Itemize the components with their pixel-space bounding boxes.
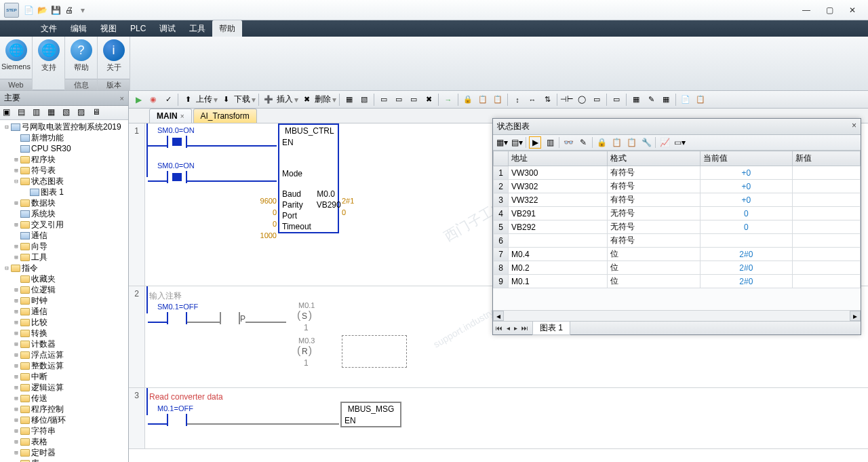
table-row[interactable]: 3VW322有符号+0 (494, 193, 861, 207)
tree-node[interactable]: ⊞转换 (0, 328, 128, 339)
tree-node[interactable]: ⊞传送 (0, 393, 128, 404)
toolbar-icon[interactable]: ✖ (422, 93, 435, 107)
tree-expander-icon[interactable]: ⊟ (3, 265, 11, 271)
toolbar-icon[interactable]: 📋 (625, 136, 637, 149)
contact[interactable] (167, 171, 187, 183)
cell-format[interactable]: 有符号 (608, 193, 700, 207)
tree-node[interactable]: ⊞时钟 (0, 295, 128, 306)
tree-expander-icon[interactable]: ⊞ (12, 254, 20, 261)
cell-new[interactable] (793, 193, 861, 207)
tree-node[interactable]: ·收藏夹 (0, 273, 128, 284)
toolbar-icon[interactable]: ▭ (407, 93, 420, 107)
toolbar-icon[interactable]: ▦ (342, 93, 356, 107)
tree-expander-icon[interactable]: ⊞ (12, 351, 20, 358)
toolbar-icon[interactable]: ↕ (511, 93, 524, 107)
tree-expander-icon[interactable]: ⊞ (12, 221, 20, 228)
toolbar-icon[interactable]: 📋 (476, 93, 490, 107)
toolbar-icon[interactable]: ▦ (629, 93, 643, 107)
col-new[interactable]: 新值 (793, 151, 861, 166)
cell-new[interactable] (793, 275, 861, 288)
toolbar-icon[interactable]: 📋 (694, 93, 707, 107)
tree-tool-icon[interactable]: ▥ (33, 107, 43, 118)
insert-button[interactable]: ➕ (262, 93, 275, 107)
tree-node[interactable]: ⊞数据块 (0, 197, 128, 208)
new-icon[interactable]: 📄 (23, 5, 34, 16)
empty-placeholder[interactable] (342, 335, 407, 368)
tree-expander-icon[interactable]: ⊞ (12, 438, 20, 445)
table-row[interactable]: 8M0.2位2#0 (494, 261, 861, 275)
toolbar-icon[interactable]: → (441, 93, 455, 107)
toolbar-icon[interactable]: 📋 (491, 93, 505, 107)
toolbar-icon[interactable]: ▭ (392, 93, 406, 107)
tree-expander-icon[interactable]: ⊟ (3, 123, 11, 130)
toolbar-icon[interactable]: ▧ (357, 93, 371, 107)
cell-new[interactable] (793, 166, 861, 180)
tree-expander-icon[interactable]: ⊞ (12, 330, 20, 336)
tab-ai-transform[interactable]: AI_Transform (193, 109, 257, 123)
menu-view[interactable]: 视图 (94, 20, 123, 37)
table-row[interactable]: 6有符号 (494, 234, 861, 248)
print-icon[interactable]: 🖨 (64, 5, 75, 16)
menu-debug[interactable]: 调试 (153, 20, 182, 37)
toolbar-icon[interactable]: ⊣⊢ (560, 93, 574, 107)
panel-close-icon[interactable]: × (120, 94, 124, 102)
instruction-mbus-msg[interactable]: MBUS_MSG EN (340, 402, 401, 427)
tree-node[interactable]: ⊞程序块 (0, 154, 128, 165)
menu-file[interactable]: 文件 (34, 20, 64, 37)
tree-expander-icon[interactable]: ⊞ (12, 427, 20, 434)
compile-button[interactable]: ✓ (161, 93, 175, 107)
cell-format[interactable]: 无符号 (608, 207, 700, 220)
minimize-button[interactable]: — (795, 3, 818, 18)
cell-address[interactable]: VW300 (509, 166, 608, 180)
toolbar-icon[interactable]: ✎ (577, 136, 589, 149)
tree-expander-icon[interactable]: ⊞ (12, 297, 20, 304)
nav-prev-icon[interactable]: ◂ (507, 324, 510, 332)
scroll-right-icon[interactable]: ▸ (850, 311, 861, 321)
cell-address[interactable]: VB291 (509, 207, 608, 220)
table-row[interactable]: 2VW302有符号+0 (494, 180, 861, 193)
tree-node[interactable]: ⊞符号表 (0, 165, 128, 176)
tree-expander-icon[interactable]: ⊞ (12, 395, 20, 402)
menu-edit[interactable]: 编辑 (64, 20, 94, 37)
tree-expander-icon[interactable]: ⊞ (12, 406, 20, 412)
tree-expander-icon[interactable]: ⊞ (12, 362, 20, 369)
cell-format[interactable]: 位 (608, 261, 700, 275)
ribbon-help[interactable]: ? 帮助 信息 (65, 37, 98, 90)
toolbar-icon[interactable]: ▥ (544, 136, 556, 149)
menu-plc[interactable]: PLC (123, 20, 153, 37)
contact[interactable] (167, 414, 187, 426)
menu-tools[interactable]: 工具 (182, 20, 212, 37)
toolbar-icon[interactable]: 📄 (679, 93, 692, 107)
toolbar-icon[interactable]: ▤▾ (511, 136, 523, 149)
cell-new[interactable] (793, 180, 861, 193)
tree-node[interactable]: ⊞程序控制 (0, 404, 128, 415)
toolbar-icon[interactable]: ▭ (590, 93, 604, 107)
tree-expander-icon[interactable]: ⊞ (12, 156, 20, 163)
tree-expander-icon[interactable]: · (12, 210, 20, 217)
col-format[interactable]: 格式 (608, 151, 700, 166)
upload-button[interactable]: ⬆ (181, 93, 195, 107)
panel-titlebar[interactable]: 状态图表 × (493, 119, 861, 135)
tree-node[interactable]: ⊞定时器 (0, 447, 128, 458)
tree-tool-icon[interactable]: ▣ (3, 107, 14, 118)
toolbar-icon[interactable]: ▦▾ (496, 136, 508, 149)
tree-expander-icon[interactable]: ⊞ (12, 319, 20, 326)
toolbar-icon[interactable]: ▭ (377, 93, 391, 107)
tree-tool-icon[interactable]: ▦ (47, 107, 58, 118)
tree-node[interactable]: ⊞逻辑运算 (0, 382, 128, 393)
scroll-left-icon[interactable]: ◂ (493, 311, 504, 321)
download-button[interactable]: ⬇ (219, 93, 233, 107)
project-tree[interactable]: ⊟弓网取电装置控制系统2019·新增功能·CPU SR30⊞程序块⊞符号表⊟状态… (0, 120, 128, 462)
toolbar-icon[interactable]: 🔧 (640, 136, 652, 149)
col-address[interactable]: 地址 (509, 151, 608, 166)
stop-button[interactable]: ◉ (146, 93, 160, 107)
tree-expander-icon[interactable]: ⊞ (12, 243, 20, 250)
toolbar-icon[interactable]: ▦ (659, 93, 673, 107)
cell-new[interactable] (793, 234, 861, 248)
tree-expander-icon[interactable]: ⊞ (12, 199, 20, 206)
cell-new[interactable] (793, 220, 861, 234)
tree-node[interactable]: ·图表 1 (0, 187, 128, 197)
status-chart-panel[interactable]: 状态图表 × ▦▾ ▤▾ ▶ ▥ 👓 ✎ 🔒 📋 📋 🔧 📈 ▭▾ (492, 118, 861, 335)
tree-expander-icon[interactable]: · (12, 145, 20, 152)
cell-address[interactable]: M0.4 (509, 248, 608, 261)
